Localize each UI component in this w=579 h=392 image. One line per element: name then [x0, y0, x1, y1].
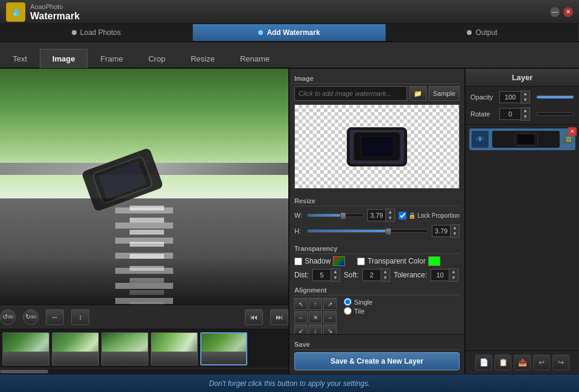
- align-top-left[interactable]: ↖: [294, 298, 308, 310]
- tab-resize[interactable]: Resize: [178, 49, 227, 68]
- transparent-color-checkbox[interactable]: [357, 258, 365, 265]
- dist-input[interactable]: [312, 269, 331, 281]
- rotate-slider[interactable]: [536, 112, 574, 116]
- layer-export-button[interactable]: 📤: [514, 355, 531, 370]
- transparent-color-picker[interactable]: [428, 256, 440, 266]
- align-bottom-center[interactable]: ↓: [309, 324, 322, 334]
- soft-down[interactable]: ▼: [381, 275, 390, 281]
- opacity-slider[interactable]: [536, 95, 574, 99]
- scrollbar-thumb[interactable]: [0, 370, 48, 373]
- rotate-right-button[interactable]: ↻90: [23, 309, 39, 325]
- opacity-down[interactable]: ▼: [521, 97, 530, 103]
- resize-w-slider[interactable]: [307, 213, 364, 217]
- single-radio[interactable]: [344, 298, 352, 306]
- tab-frame[interactable]: Frame: [87, 49, 136, 68]
- filmstrip-thumb-5[interactable]: [200, 332, 247, 365]
- align-middle-right[interactable]: →: [323, 311, 337, 323]
- resize-w-spinner[interactable]: ▲ ▼: [367, 209, 395, 222]
- flip-vertical-button[interactable]: ↕: [71, 309, 89, 325]
- save-create-layer-button[interactable]: Save & Create a New Layer: [294, 352, 460, 370]
- step-add-watermark[interactable]: Add Watermark: [193, 24, 386, 41]
- main-content: ↺90 ↻90 ↔ ↕ ⏮ ⏭ Image 📁: [0, 69, 579, 374]
- tolerance-down[interactable]: ▼: [449, 275, 458, 281]
- resize-h-down[interactable]: ▼: [451, 231, 459, 237]
- resize-w-input[interactable]: [367, 209, 385, 221]
- step-output[interactable]: Output: [386, 24, 579, 41]
- rotate-down[interactable]: ▼: [521, 114, 530, 120]
- step-load-photos[interactable]: Load Photos: [0, 24, 193, 41]
- tolerance-input[interactable]: [431, 269, 449, 281]
- resize-w-up[interactable]: ▲: [386, 209, 394, 215]
- image-path-input[interactable]: [294, 86, 407, 101]
- horizontal-scrollbar[interactable]: [0, 368, 288, 374]
- resize-w-label: W:: [294, 212, 303, 219]
- shadow-color-picker[interactable]: [333, 256, 345, 266]
- rotate-row: Rotate ▲ ▼: [470, 107, 574, 121]
- dist-down[interactable]: ▼: [331, 275, 340, 281]
- align-middle-left[interactable]: ←: [294, 311, 308, 323]
- rotate-up[interactable]: ▲: [521, 108, 530, 114]
- dist-spinner[interactable]: ▲ ▼: [312, 268, 340, 282]
- opacity-up[interactable]: ▲: [521, 91, 530, 97]
- next-frame-button[interactable]: ⏭: [270, 309, 288, 325]
- rotate-spinner[interactable]: ▲ ▼: [499, 107, 530, 121]
- shadow-checkbox[interactable]: [294, 258, 302, 265]
- tolerance-up[interactable]: ▲: [449, 269, 458, 275]
- rotate-left-button[interactable]: ↺90: [0, 309, 16, 325]
- align-top-right[interactable]: ↗: [323, 298, 337, 310]
- prev-frame-button[interactable]: ⏮: [245, 309, 263, 325]
- tile-radio[interactable]: [344, 307, 352, 315]
- layer-redo-button[interactable]: ↪: [552, 355, 569, 370]
- layer-new-button[interactable]: 📄: [475, 355, 492, 370]
- opacity-row: Opacity ▲ ▼: [470, 90, 574, 104]
- preview-area: [0, 69, 288, 305]
- dist-up[interactable]: ▲: [331, 269, 340, 275]
- resize-w-row: W: ▲ ▼ 🔒 Lock: [294, 209, 460, 222]
- filmstrip-thumb-4[interactable]: [151, 332, 198, 365]
- resize-h-slider[interactable]: [307, 229, 428, 233]
- filmstrip-thumb-1[interactable]: [2, 332, 49, 365]
- align-bottom-right[interactable]: ↘: [323, 324, 337, 334]
- soft-spinner[interactable]: ▲ ▼: [362, 268, 390, 282]
- align-center[interactable]: ✕: [309, 311, 322, 323]
- align-top-center[interactable]: ↑: [309, 298, 322, 310]
- flip-horizontal-button[interactable]: ↔: [46, 309, 64, 325]
- opacity-spinner[interactable]: ▲ ▼: [499, 90, 530, 104]
- tab-image[interactable]: Image: [40, 49, 88, 68]
- close-button[interactable]: ✕: [563, 7, 573, 17]
- settings-panel: Image 📁 Sample Resize: [290, 69, 464, 334]
- minimize-button[interactable]: —: [550, 7, 560, 17]
- app-name: AoaoPhoto: [30, 3, 63, 10]
- filmstrip-thumb-2[interactable]: [52, 332, 99, 365]
- layer-item[interactable]: ✕ 👁 🖼: [469, 128, 575, 150]
- layer-bottom-controls: 📄 📋 📤 ↩ ↪: [466, 350, 579, 374]
- lock-proportion-checkbox[interactable]: [399, 212, 407, 220]
- layer-undo-button[interactable]: ↩: [533, 355, 550, 370]
- layer-thumbnail: [492, 131, 560, 148]
- tolerance-spinner[interactable]: ▲ ▼: [431, 268, 458, 282]
- resize-h-input[interactable]: [432, 225, 450, 237]
- tab-crop[interactable]: Crop: [136, 49, 178, 68]
- filmstrip-thumb-3[interactable]: [101, 332, 148, 365]
- step-dot: [72, 30, 77, 35]
- soft-input[interactable]: [362, 269, 381, 281]
- step-bar: Load Photos Add Watermark Output: [0, 24, 579, 42]
- tab-text[interactable]: Text: [0, 49, 40, 68]
- left-panel: ↺90 ↻90 ↔ ↕ ⏮ ⏭: [0, 69, 290, 374]
- resize-w-down[interactable]: ▼: [386, 215, 394, 221]
- folder-button[interactable]: 📁: [410, 86, 426, 101]
- window-controls: — ✕: [550, 7, 573, 17]
- resize-h-spinner[interactable]: ▲ ▼: [432, 224, 460, 238]
- layer-close-button[interactable]: ✕: [568, 127, 577, 136]
- dist-soft-row: Dist: ▲ ▼ Soft: ▲ ▼: [294, 268, 460, 282]
- resize-h-up[interactable]: ▲: [451, 225, 459, 231]
- rotate-input[interactable]: [499, 108, 520, 120]
- align-bottom-left[interactable]: ↙: [294, 324, 308, 334]
- opacity-input[interactable]: [499, 91, 520, 103]
- tab-rename[interactable]: Rename: [227, 49, 282, 68]
- layer-visibility-toggle[interactable]: 👁: [472, 131, 489, 148]
- sample-button[interactable]: Sample: [429, 86, 460, 101]
- layer-copy-button[interactable]: 📋: [495, 355, 511, 370]
- resize-section-header: Resize: [294, 197, 460, 206]
- soft-up[interactable]: ▲: [381, 269, 390, 275]
